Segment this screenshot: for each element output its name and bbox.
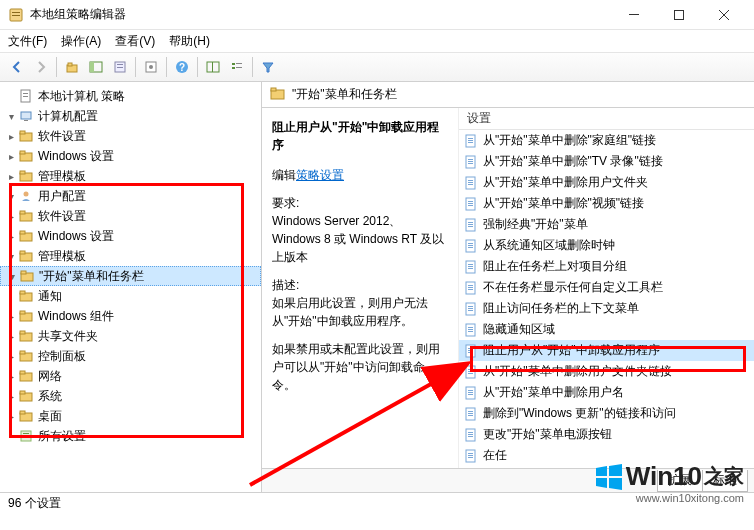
svg-rect-26 <box>23 96 28 97</box>
svg-rect-117 <box>468 413 473 414</box>
svg-rect-13 <box>117 67 123 68</box>
list-item[interactable]: 阻止访问任务栏的上下文菜单 <box>459 298 754 319</box>
help-button[interactable]: ? <box>171 56 193 78</box>
tree-item[interactable]: 桌面 <box>38 408 62 425</box>
tree-computer-cfg[interactable]: 计算机配置 <box>38 108 98 125</box>
list-item[interactable]: 从系统通知区域删除时钟 <box>459 235 754 256</box>
list-item-label: 删除到"Windows 更新"的链接和访问 <box>483 405 676 422</box>
tree-item-selected[interactable]: "开始"菜单和任务栏 <box>39 268 144 285</box>
svg-rect-43 <box>21 271 26 274</box>
list-item[interactable]: 删除到"Windows 更新"的链接和访问 <box>459 403 754 424</box>
tree-item[interactable]: 所有设置 <box>38 428 86 445</box>
minimize-button[interactable] <box>611 1 656 29</box>
tree-item[interactable]: 管理模板 <box>38 168 86 185</box>
svg-rect-109 <box>468 371 473 372</box>
properties-button[interactable] <box>140 56 162 78</box>
list-item[interactable]: 从"开始"菜单中删除用户文件夹 <box>459 172 754 193</box>
list-item[interactable]: 隐藏通知区域 <box>459 319 754 340</box>
list-item[interactable]: 从"开始"菜单中删除用户名 <box>459 382 754 403</box>
folder-open-icon <box>270 86 286 103</box>
policy-icon <box>463 364 479 380</box>
list-item-label: 隐藏通知区域 <box>483 321 555 338</box>
tree-item[interactable]: Windows 组件 <box>38 308 114 325</box>
collapse-icon[interactable]: ▸ <box>4 129 18 143</box>
content-area: 本地计算机 策略 ▾计算机配置 ▸软件设置 ▸Windows 设置 ▸管理模板 … <box>0 82 754 492</box>
svg-rect-12 <box>117 64 123 65</box>
svg-rect-114 <box>468 394 473 395</box>
tree-item[interactable]: 软件设置 <box>38 128 86 145</box>
show-hide-button[interactable] <box>85 56 107 78</box>
tree-item[interactable]: Windows 设置 <box>38 148 114 165</box>
tree-root[interactable]: 本地计算机 策略 <box>38 88 125 105</box>
export-button[interactable] <box>109 56 131 78</box>
edit-link[interactable]: 策略设置 <box>296 168 344 182</box>
req-text: Windows Server 2012、Windows 8 或 Windows … <box>272 214 444 264</box>
svg-rect-3 <box>629 14 639 15</box>
tree-item[interactable]: 网络 <box>38 368 62 385</box>
svg-rect-126 <box>468 457 473 458</box>
list-item-label: 从"开始"菜单中删除"家庭组"链接 <box>483 132 656 149</box>
expand-icon[interactable]: ▾ <box>4 109 18 123</box>
list-item[interactable]: 更改"开始"菜单电源按钮 <box>459 424 754 445</box>
list-item-label: 阻止访问任务栏的上下文菜单 <box>483 300 639 317</box>
menu-view[interactable]: 查看(V) <box>115 33 155 50</box>
svg-rect-68 <box>468 159 473 160</box>
tree-item[interactable]: 软件设置 <box>38 208 86 225</box>
settings-icon <box>18 428 34 444</box>
svg-rect-124 <box>468 453 473 454</box>
tree-item[interactable]: 控制面板 <box>38 348 86 365</box>
svg-rect-27 <box>21 112 31 119</box>
list-item-label: 从"开始"菜单中删除"TV 录像"链接 <box>483 153 663 170</box>
menu-file[interactable]: 文件(F) <box>8 33 47 50</box>
folder-icon <box>18 388 34 404</box>
svg-marker-129 <box>609 464 622 476</box>
folder-icon <box>18 288 34 304</box>
svg-rect-21 <box>232 67 235 69</box>
list-item[interactable]: 从"开始"菜单中删除用户文件夹链接 <box>459 361 754 382</box>
svg-rect-81 <box>468 224 473 225</box>
filter-button[interactable] <box>257 56 279 78</box>
watermark-url: www.win10xitong.com <box>596 492 744 504</box>
tree-item[interactable]: 管理模板 <box>38 248 86 265</box>
menu-action[interactable]: 操作(A) <box>61 33 101 50</box>
list-item[interactable]: 阻止用户从"开始"中卸载应用程序 <box>459 340 754 361</box>
svg-rect-59 <box>23 433 29 434</box>
nav-tree[interactable]: 本地计算机 策略 ▾计算机配置 ▸软件设置 ▸Windows 设置 ▸管理模板 … <box>0 82 262 492</box>
edit-label: 编辑 <box>272 168 296 182</box>
svg-marker-130 <box>596 478 607 488</box>
list-item[interactable]: 不在任务栏显示任何自定义工具栏 <box>459 277 754 298</box>
tree-item[interactable]: 系统 <box>38 388 62 405</box>
list-item[interactable]: 从"开始"菜单中删除"视频"链接 <box>459 193 754 214</box>
svg-rect-100 <box>468 327 473 328</box>
details-button[interactable] <box>202 56 224 78</box>
list-item[interactable]: 阻止在任务栏上对项目分组 <box>459 256 754 277</box>
svg-rect-64 <box>468 138 473 139</box>
svg-rect-96 <box>468 306 473 307</box>
tree-user-cfg[interactable]: 用户配置 <box>38 188 86 205</box>
svg-rect-108 <box>468 369 473 370</box>
svg-rect-72 <box>468 180 473 181</box>
list-button[interactable] <box>226 56 248 78</box>
list-item[interactable]: 从"开始"菜单中删除"家庭组"链接 <box>459 130 754 151</box>
forward-button[interactable] <box>30 56 52 78</box>
close-button[interactable] <box>701 1 746 29</box>
svg-marker-131 <box>609 478 622 490</box>
folder-icon <box>18 408 34 424</box>
list-item[interactable]: 强制经典"开始"菜单 <box>459 214 754 235</box>
tree-item[interactable]: 通知 <box>38 288 62 305</box>
list-header[interactable]: 设置 <box>459 108 754 130</box>
maximize-button[interactable] <box>656 1 701 29</box>
up-button[interactable] <box>61 56 83 78</box>
svg-rect-51 <box>20 351 25 354</box>
path-label: "开始"菜单和任务栏 <box>292 86 397 103</box>
tree-item[interactable]: 共享文件夹 <box>38 328 98 345</box>
svg-rect-47 <box>20 311 25 314</box>
list-item[interactable]: 从"开始"菜单中删除"TV 录像"链接 <box>459 151 754 172</box>
tree-item[interactable]: Windows 设置 <box>38 228 114 245</box>
settings-list[interactable]: 设置 从"开始"菜单中删除"家庭组"链接从"开始"菜单中删除"TV 录像"链接从… <box>458 108 754 468</box>
svg-rect-37 <box>20 211 25 214</box>
menu-help[interactable]: 帮助(H) <box>169 33 210 50</box>
back-button[interactable] <box>6 56 28 78</box>
svg-rect-25 <box>23 93 28 94</box>
svg-rect-94 <box>468 289 473 290</box>
